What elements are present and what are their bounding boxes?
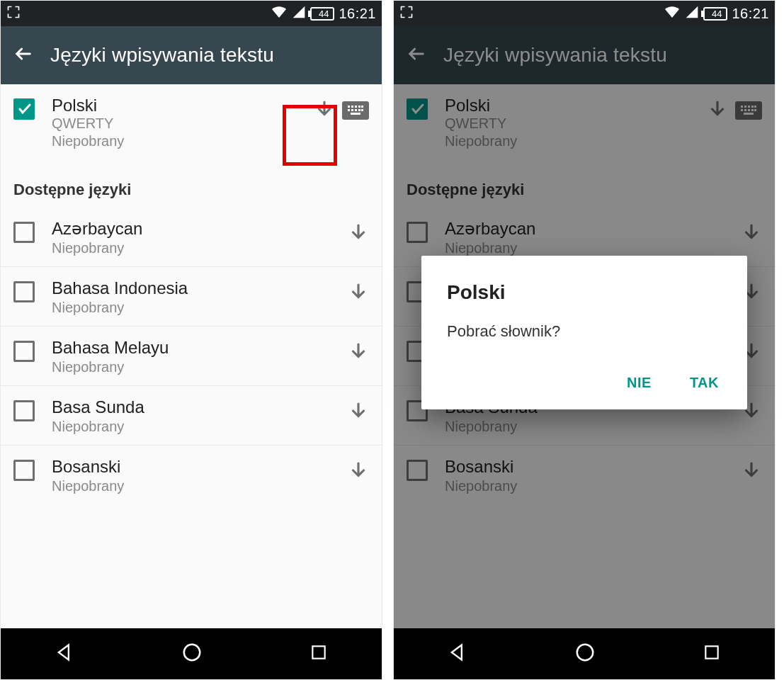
available-languages-header: Dostępne języki: [1, 159, 382, 208]
status-bar: 44 16:21: [394, 1, 775, 26]
status-bar: 44 16:21: [1, 1, 382, 26]
clock: 16:21: [732, 6, 769, 22]
screenshot-left: 44 16:21 Języki wpisywania tekstu: [0, 0, 382, 680]
wifi-icon: [271, 4, 288, 23]
dialog-message: Pobrać słownik?: [447, 322, 722, 341]
checkbox-unchecked[interactable]: [13, 222, 35, 243]
dialog-positive-button[interactable]: TAK: [687, 369, 722, 397]
language-name: Azərbaycan: [52, 219, 348, 239]
download-icon[interactable]: [348, 460, 369, 484]
svg-rect-9: [361, 109, 363, 111]
language-row[interactable]: Bahasa Indonesia Niepobrany: [1, 266, 382, 326]
checkbox-unchecked[interactable]: [13, 460, 35, 481]
signal-icon: [685, 5, 699, 22]
battery-level: 44: [319, 8, 329, 19]
page-title: Języki wpisywania tekstu: [50, 44, 274, 67]
download-icon[interactable]: [348, 400, 369, 424]
nav-back-icon[interactable]: [448, 642, 467, 665]
keyboard-icon[interactable]: [342, 101, 369, 120]
svg-rect-12: [313, 646, 325, 658]
svg-rect-7: [355, 109, 357, 111]
svg-rect-2: [355, 106, 357, 108]
selected-language-row[interactable]: Polski QWERTY Niepobrany: [1, 84, 382, 159]
svg-rect-5: [348, 109, 350, 111]
download-icon[interactable]: [348, 281, 369, 305]
dialog-title: Polski: [447, 281, 722, 304]
battery-icon: 44: [703, 7, 727, 21]
svg-point-24: [577, 645, 593, 661]
svg-rect-4: [361, 106, 363, 108]
signal-icon: [292, 5, 306, 22]
selected-language-name: Polski: [52, 96, 314, 115]
download-dialog: Polski Pobrać słownik? NIE TAK: [421, 256, 747, 409]
download-icon[interactable]: [348, 341, 369, 365]
svg-rect-25: [706, 646, 718, 658]
svg-rect-3: [358, 106, 360, 108]
nav-recents-icon[interactable]: [309, 643, 328, 664]
language-name: Bahasa Melayu: [52, 338, 348, 358]
screenshot-mode-icon: [399, 5, 414, 22]
language-name: Bosanski: [52, 457, 348, 477]
battery-level: 44: [712, 8, 722, 19]
language-status: Niepobrany: [52, 359, 348, 375]
svg-rect-10: [351, 113, 360, 115]
language-row[interactable]: Basa Sunda Niepobrany: [1, 385, 382, 445]
screenshot-mode-icon: [6, 5, 21, 22]
language-list: Azərbaycan Niepobrany Bahasa Indonesia N…: [1, 208, 382, 504]
back-icon[interactable]: [13, 44, 33, 67]
checkbox-unchecked[interactable]: [13, 400, 35, 421]
content: Polski QWERTY Niepobrany Dostępne języki: [1, 84, 382, 504]
language-name: Basa Sunda: [52, 397, 348, 417]
svg-rect-1: [351, 106, 353, 108]
download-icon[interactable]: [348, 222, 369, 246]
nav-home-icon[interactable]: [181, 642, 203, 666]
clock: 16:21: [339, 6, 376, 22]
language-status: Niepobrany: [52, 300, 348, 316]
svg-rect-6: [351, 109, 353, 111]
language-row[interactable]: Bahasa Melayu Niepobrany: [1, 326, 382, 385]
svg-rect-0: [348, 106, 350, 108]
svg-point-11: [184, 645, 200, 661]
battery-icon: 44: [310, 7, 334, 21]
nav-back-icon[interactable]: [55, 642, 74, 665]
language-row[interactable]: Bosanski Niepobrany: [1, 445, 382, 504]
checkbox-checked[interactable]: [13, 98, 35, 120]
nav-home-icon[interactable]: [574, 642, 596, 666]
selected-language-status: Niepobrany: [52, 133, 314, 149]
download-icon[interactable]: [314, 98, 335, 123]
language-name: Bahasa Indonesia: [52, 278, 348, 298]
nav-bar: [394, 628, 775, 679]
svg-rect-8: [358, 109, 360, 111]
dialog-negative-button[interactable]: NIE: [624, 369, 654, 397]
language-status: Niepobrany: [52, 478, 348, 494]
language-status: Niepobrany: [52, 419, 348, 435]
language-status: Niepobrany: [52, 240, 348, 256]
selected-language-layout: QWERTY: [52, 115, 314, 132]
checkbox-unchecked[interactable]: [13, 341, 35, 362]
wifi-icon: [664, 4, 681, 23]
language-row[interactable]: Azərbaycan Niepobrany: [1, 208, 382, 266]
nav-recents-icon[interactable]: [703, 643, 721, 664]
app-bar: Języki wpisywania tekstu: [1, 26, 382, 84]
nav-bar: [1, 628, 382, 679]
checkbox-unchecked[interactable]: [13, 281, 35, 302]
screenshot-right: 44 16:21 Języki wpisywania tekstu Po: [393, 0, 776, 680]
